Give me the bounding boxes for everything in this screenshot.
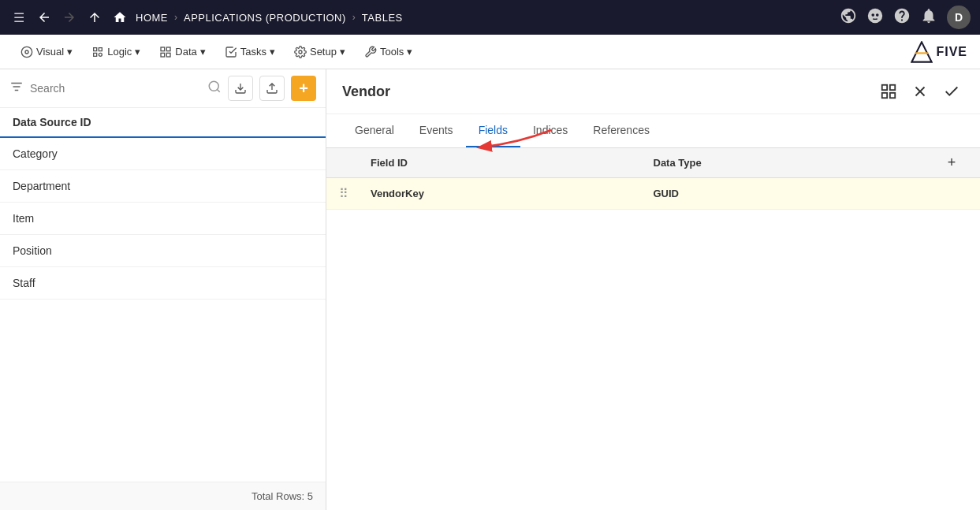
filter-icon[interactable] bbox=[9, 80, 24, 97]
tables-label: TABLES bbox=[362, 12, 403, 24]
svg-rect-18 bbox=[882, 85, 887, 90]
add-button[interactable]: + bbox=[291, 76, 316, 101]
nav-visual-label: Visual bbox=[36, 46, 64, 58]
table-header: Field ID Data Type + bbox=[326, 148, 980, 178]
content-header: Vendor bbox=[326, 69, 980, 114]
row-field-id: VendorKey bbox=[371, 188, 654, 199]
svg-rect-19 bbox=[890, 85, 895, 90]
search-input-wrap bbox=[30, 82, 201, 95]
sidebar-item-department[interactable]: Department bbox=[0, 170, 326, 203]
svg-point-9 bbox=[299, 50, 302, 54]
sidebar: + Data Source ID Category Department Ite… bbox=[0, 69, 326, 510]
top-bar: ☰ HOME › APPLICATIONS (PRODUCTION) › TAB… bbox=[0, 0, 980, 35]
tab-indices[interactable]: Indices bbox=[520, 114, 580, 147]
nav-setup-label: Setup bbox=[310, 46, 337, 58]
nav-data-label: Data bbox=[175, 46, 196, 58]
search-icon[interactable] bbox=[207, 80, 222, 97]
drag-handle-icon[interactable]: ⠿ bbox=[339, 187, 348, 200]
nav-data[interactable]: Data ▾ bbox=[151, 41, 213, 63]
table-row[interactable]: ⠿ VendorKey GUID bbox=[326, 178, 980, 210]
top-bar-left: ☰ HOME › APPLICATIONS (PRODUCTION) › TAB… bbox=[9, 8, 833, 27]
svg-point-15 bbox=[209, 81, 218, 91]
up-icon[interactable] bbox=[85, 8, 104, 27]
tab-events[interactable]: Events bbox=[407, 114, 466, 147]
grid-view-button[interactable] bbox=[876, 79, 901, 104]
upload-icon[interactable] bbox=[259, 76, 285, 101]
logic-dropdown: ▾ bbox=[135, 46, 140, 58]
forward-icon[interactable] bbox=[60, 8, 79, 27]
close-button[interactable] bbox=[907, 79, 933, 104]
nav-items: Visual ▾ Logic ▾ Data ▾ Tasks ▾ Setup ▾ bbox=[13, 41, 420, 63]
svg-point-1 bbox=[871, 13, 874, 17]
sidebar-header: Data Source ID bbox=[0, 108, 326, 138]
apps-label: APPLICATIONS (PRODUCTION) bbox=[184, 12, 346, 24]
home-icon[interactable] bbox=[110, 8, 129, 27]
sep1: › bbox=[174, 12, 177, 23]
svg-point-3 bbox=[21, 47, 32, 57]
setup-dropdown: ▾ bbox=[340, 46, 345, 58]
add-column-button[interactable]: + bbox=[948, 154, 956, 171]
data-dropdown: ▾ bbox=[200, 46, 206, 58]
sidebar-toolbar: + bbox=[0, 69, 326, 108]
svg-point-2 bbox=[876, 13, 879, 17]
menu-icon[interactable]: ☰ bbox=[9, 8, 28, 27]
alien-icon[interactable] bbox=[866, 7, 884, 28]
content-title: Vendor bbox=[342, 84, 876, 100]
sidebar-list: Category Department Item Position Staff bbox=[0, 138, 326, 482]
help-icon[interactable] bbox=[893, 7, 911, 28]
tab-fields[interactable]: Fields bbox=[466, 114, 520, 147]
content-actions bbox=[876, 79, 964, 104]
visual-dropdown: ▾ bbox=[67, 46, 73, 58]
main-layout: + Data Source ID Category Department Ite… bbox=[0, 69, 980, 510]
nav-tasks-label: Tasks bbox=[240, 46, 266, 58]
five-logo: FIVE bbox=[911, 41, 967, 63]
sidebar-footer: Total Rows: 5 bbox=[0, 482, 326, 510]
download-icon[interactable] bbox=[228, 76, 253, 101]
svg-rect-21 bbox=[890, 93, 895, 98]
home-label: HOME bbox=[136, 12, 168, 24]
tab-general[interactable]: General bbox=[342, 114, 407, 147]
tools-dropdown: ▾ bbox=[407, 46, 412, 58]
search-globe-icon[interactable] bbox=[840, 7, 857, 28]
tabs: General Events Fields Indices References bbox=[326, 114, 980, 148]
row-drag-handle: ⠿ bbox=[339, 186, 371, 201]
nav-tools[interactable]: Tools ▾ bbox=[356, 41, 420, 63]
back-icon[interactable] bbox=[35, 8, 54, 27]
second-bar: Visual ▾ Logic ▾ Data ▾ Tasks ▾ Setup ▾ bbox=[0, 35, 980, 69]
nav-logic-label: Logic bbox=[107, 46, 132, 58]
bell-icon[interactable] bbox=[920, 7, 937, 28]
search-input[interactable] bbox=[30, 82, 201, 95]
sidebar-item-item[interactable]: Item bbox=[0, 203, 326, 235]
sep2: › bbox=[352, 12, 356, 23]
nav-setup[interactable]: Setup ▾ bbox=[286, 41, 353, 63]
col-add: + bbox=[936, 154, 967, 171]
col-field-id: Field ID bbox=[371, 157, 654, 169]
svg-rect-5 bbox=[161, 47, 165, 51]
svg-rect-8 bbox=[167, 53, 171, 57]
col-data-type: Data Type bbox=[654, 157, 937, 169]
nav-logic[interactable]: Logic ▾ bbox=[84, 41, 148, 63]
nav-tools-label: Tools bbox=[380, 46, 404, 58]
svg-rect-20 bbox=[882, 93, 887, 98]
svg-rect-7 bbox=[161, 53, 165, 57]
svg-marker-10 bbox=[912, 42, 932, 61]
sidebar-item-staff[interactable]: Staff bbox=[0, 267, 326, 300]
svg-rect-6 bbox=[167, 47, 171, 51]
tasks-dropdown: ▾ bbox=[270, 46, 275, 58]
nav-tasks[interactable]: Tasks ▾ bbox=[217, 41, 283, 63]
sidebar-item-position[interactable]: Position bbox=[0, 235, 326, 267]
avatar[interactable]: D bbox=[947, 6, 971, 29]
sidebar-item-category[interactable]: Category bbox=[0, 138, 326, 170]
fields-table: Field ID Data Type + ⠿ VendorKey GUID bbox=[326, 148, 980, 510]
five-logo-text: FIVE bbox=[936, 45, 967, 59]
row-data-type: GUID bbox=[654, 188, 937, 199]
tabs-container: General Events Fields Indices References bbox=[326, 114, 980, 148]
svg-point-0 bbox=[868, 8, 882, 22]
svg-point-4 bbox=[25, 50, 28, 54]
nav-visual[interactable]: Visual ▾ bbox=[13, 41, 80, 63]
top-bar-right: D bbox=[840, 6, 971, 29]
content-area: Vendor General Events bbox=[326, 69, 980, 510]
confirm-button[interactable] bbox=[939, 79, 964, 104]
tab-references[interactable]: References bbox=[580, 114, 662, 147]
